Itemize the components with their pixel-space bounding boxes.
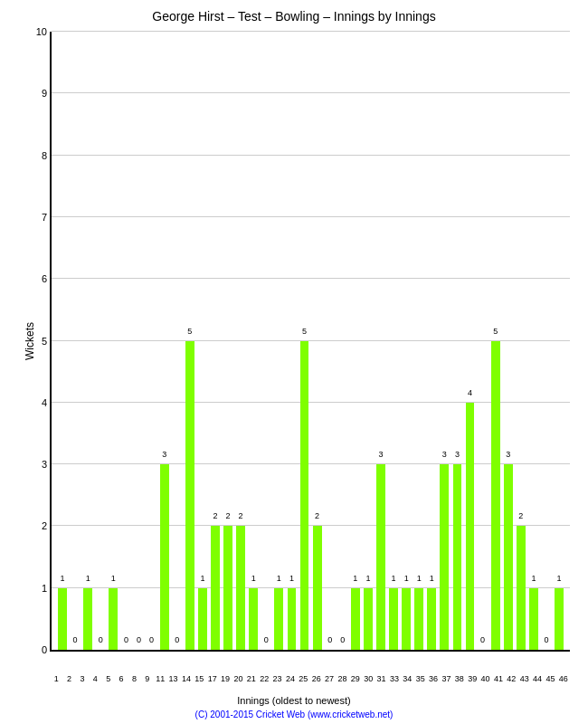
bar-value-label: 0 <box>149 635 154 644</box>
bar-group: 1 <box>400 32 413 650</box>
x-tick-label: 9 <box>141 674 154 683</box>
x-tick-label: 26 <box>310 674 323 683</box>
bar: 1 <box>402 588 411 650</box>
x-tick-label: 41 <box>492 674 505 683</box>
x-tick-label: 31 <box>375 674 387 683</box>
bar-value-label: 3 <box>378 450 383 459</box>
bar: 1 <box>414 588 423 650</box>
bar-value-label: 5 <box>187 327 192 336</box>
bar-group: 0 <box>171 32 184 650</box>
x-tick-label: 4 <box>89 674 101 683</box>
bar-value-label: 2 <box>226 511 231 520</box>
bar: 1 <box>529 588 538 650</box>
bar: 1 <box>389 588 398 650</box>
x-tick-label: 37 <box>440 674 452 683</box>
x-tick-label: 39 <box>466 674 479 683</box>
bar-value-label: 1 <box>430 574 434 583</box>
x-tick-label: 30 <box>362 674 375 683</box>
bar-group: 1 <box>362 32 375 650</box>
bar: 1 <box>364 588 373 650</box>
x-tick-label: 20 <box>232 674 244 683</box>
bar: 2 <box>236 526 245 650</box>
y-tick-label: 7 <box>42 212 47 223</box>
bar-value-label: 1 <box>200 574 204 583</box>
bar: 3 <box>376 464 385 650</box>
bar-group: 2 <box>234 32 247 650</box>
bar: 5 <box>491 341 500 651</box>
bar-group: 1 <box>196 32 209 650</box>
x-tick-label: 21 <box>245 674 258 683</box>
x-tick-label: 45 <box>544 674 556 683</box>
bar-group: 0 <box>540 32 553 650</box>
x-tick-label: 35 <box>414 674 427 683</box>
x-tick-label: 3 <box>76 674 89 683</box>
x-tick-label: 27 <box>323 674 336 683</box>
y-tick-label: 1 <box>42 583 47 594</box>
bar: 2 <box>211 526 220 650</box>
bar-group: 0 <box>146 32 158 650</box>
bar-value-label: 1 <box>251 574 256 583</box>
x-tick-label: 6 <box>115 674 128 683</box>
bar-group: 1 <box>272 32 285 650</box>
x-tick-label: 38 <box>453 674 466 683</box>
y-tick-label: 8 <box>42 150 47 161</box>
bar-group: 5 <box>184 32 196 650</box>
bar-value-label: 2 <box>315 511 319 520</box>
bar: 3 <box>504 464 513 650</box>
bar-group: 1 <box>413 32 425 650</box>
bar-group: 2 <box>222 32 234 650</box>
bar-value-label: 0 <box>124 635 128 644</box>
bar-group: 0 <box>324 32 337 650</box>
bar-value-label: 1 <box>86 574 90 583</box>
x-tick-label: 15 <box>193 674 205 683</box>
bar-group: 0 <box>260 32 272 650</box>
x-tick-label: 17 <box>206 674 219 683</box>
bar-value-label: 0 <box>137 635 141 644</box>
y-axis-label: Wickets <box>24 322 36 360</box>
bar-group: 0 <box>337 32 349 650</box>
bar-group: 2 <box>209 32 222 650</box>
x-tick-label: 46 <box>557 674 570 683</box>
bar-value-label: 0 <box>175 635 179 644</box>
bar-value-label: 1 <box>365 574 370 583</box>
bar: 1 <box>288 588 297 650</box>
bar-group: 0 <box>119 32 132 650</box>
bar-group: 2 <box>515 32 527 650</box>
bar-value-label: 5 <box>302 327 307 336</box>
bar-value-label: 1 <box>61 574 65 583</box>
bar: 3 <box>453 464 462 650</box>
y-tick-label: 10 <box>36 26 47 37</box>
bar: 1 <box>109 588 118 650</box>
bar-value-label: 2 <box>213 511 217 520</box>
bar-group: 1 <box>553 32 565 650</box>
bar-group: 3 <box>158 32 171 650</box>
copyright: (C) 2001-2015 Cricket Web (www.cricketwe… <box>0 710 588 719</box>
bar: 1 <box>555 588 564 650</box>
x-tick-label: 29 <box>349 674 362 683</box>
x-tick-label: 1 <box>50 674 62 683</box>
bar-value-label: 1 <box>392 574 396 583</box>
bar-group: 1 <box>247 32 260 650</box>
x-tick-label: 34 <box>401 674 413 683</box>
chart-title: George Hirst – Test – Bowling – Innings … <box>0 0 588 28</box>
x-tick-label: 13 <box>166 674 179 683</box>
bar-group: 0 <box>132 32 145 650</box>
y-tick-label: 3 <box>42 459 47 470</box>
x-tick-label: 44 <box>531 674 544 683</box>
bar-value-label: 1 <box>289 574 294 583</box>
x-tick-label: 43 <box>518 674 531 683</box>
x-tick-label: 11 <box>154 674 166 683</box>
y-tick-label: 6 <box>42 273 47 284</box>
bar-value-label: 1 <box>353 574 357 583</box>
x-tick-label: 2 <box>62 674 75 683</box>
bar-value-label: 1 <box>531 574 536 583</box>
x-tick-label: 14 <box>180 674 193 683</box>
x-tick-label: 33 <box>388 674 401 683</box>
bar-value-label: 0 <box>73 635 78 644</box>
bar-group: 0 <box>94 32 107 650</box>
bar-group: 3 <box>502 32 515 650</box>
x-tick-label: 28 <box>336 674 348 683</box>
bar-value-label: 0 <box>264 635 269 644</box>
bar: 5 <box>300 341 309 651</box>
bar-value-label: 3 <box>162 450 166 459</box>
